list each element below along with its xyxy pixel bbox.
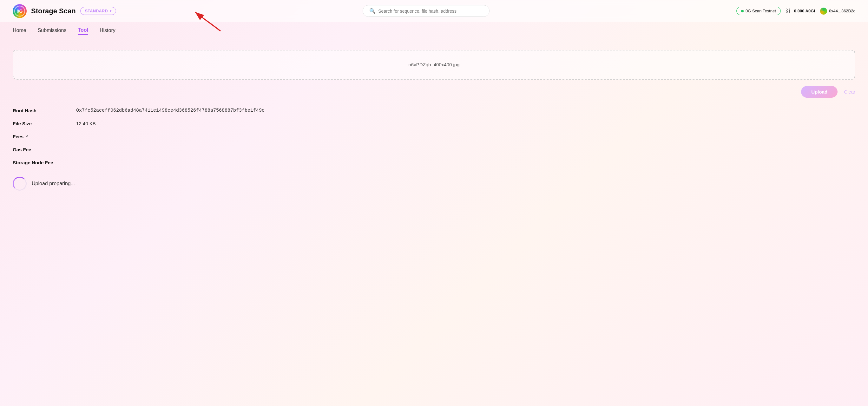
chevron-down-icon: ▾ (110, 9, 111, 13)
header: 0G Storage Scan STANDARD ▾ 🔍 0G Scan Tes… (0, 0, 868, 22)
fees-row: Fees ^ - (13, 134, 855, 139)
app-title: Storage Scan (31, 7, 76, 15)
gas-fee-value: - (76, 147, 78, 152)
gas-fee-label: Gas Fee (13, 147, 76, 152)
fees-label: Fees ^ (13, 134, 76, 139)
nav-item-history[interactable]: History (100, 28, 116, 35)
svg-text:0G: 0G (17, 8, 23, 13)
app-logo: 0G (13, 4, 27, 18)
storage-node-fee-label: Storage Node Fee (13, 160, 76, 165)
nav-item-tool[interactable]: Tool (78, 27, 88, 35)
file-size-value: 12.40 KB (76, 121, 96, 126)
nav: Home Submissions Tool History (0, 22, 868, 40)
header-center: 🔍 (116, 5, 736, 17)
wallet-info: ⛓ 0.000 A0GI (786, 8, 815, 14)
fees-caret-icon: ^ (26, 134, 28, 139)
header-left: 0G Storage Scan STANDARD ▾ (13, 4, 116, 18)
token-amount: 0.000 A0GI (794, 8, 815, 13)
loading-spinner (13, 177, 27, 191)
fees-value: - (76, 134, 78, 139)
nodes-icon: ⛓ (786, 8, 791, 14)
avatar (820, 8, 827, 14)
nav-item-home[interactable]: Home (13, 28, 26, 35)
network-label: 0G Scan Testnet (746, 8, 776, 13)
file-size-row: File Size 12.40 KB (13, 121, 855, 126)
dropzone-text: n6vPDZqb_400x400.jpg (409, 62, 460, 67)
info-table: Root Hash 0x7fc52aceff062db6ad48a7411e14… (13, 108, 855, 165)
upload-status: Upload preparing... (13, 177, 855, 191)
plan-badge[interactable]: STANDARD ▾ (80, 7, 116, 15)
file-size-label: File Size (13, 121, 76, 126)
main: n6vPDZqb_400x400.jpg Upload Clear Root H… (0, 40, 868, 200)
network-status-dot (741, 10, 744, 12)
search-input[interactable] (378, 8, 483, 13)
gas-fee-row: Gas Fee - (13, 147, 855, 152)
clear-button[interactable]: Clear (844, 89, 855, 95)
search-icon: 🔍 (369, 8, 376, 14)
status-text: Upload preparing... (32, 181, 75, 187)
dropzone[interactable]: n6vPDZqb_400x400.jpg (13, 50, 855, 80)
header-right: 0G Scan Testnet ⛓ 0.000 A0GI 0x44...362B… (736, 7, 855, 15)
network-badge[interactable]: 0G Scan Testnet (736, 7, 781, 15)
root-hash-label: Root Hash (13, 108, 76, 113)
storage-node-fee-row: Storage Node Fee - (13, 160, 855, 165)
root-hash-row: Root Hash 0x7fc52aceff062db6ad48a7411e14… (13, 108, 855, 113)
upload-button[interactable]: Upload (801, 86, 838, 98)
search-bar[interactable]: 🔍 (363, 5, 490, 17)
root-hash-value: 0x7fc52aceff062db6ad48a7411e1498ce4d3685… (76, 108, 265, 113)
action-row: Upload Clear (13, 86, 855, 98)
storage-node-fee-value: - (76, 160, 78, 165)
wallet-address[interactable]: 0x44...362B2c (820, 8, 855, 14)
nav-item-submissions[interactable]: Submissions (38, 28, 67, 35)
